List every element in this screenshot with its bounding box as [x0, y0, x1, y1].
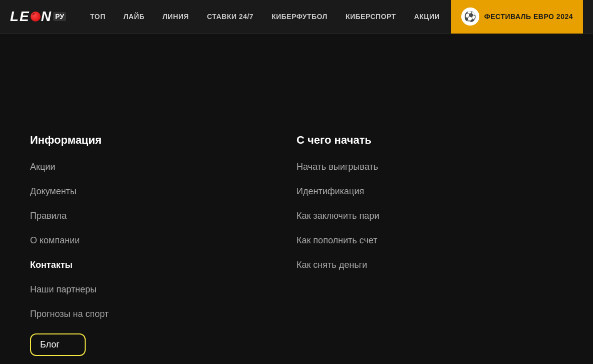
promo-label: ФЕСТИВАЛЬ ЕВРО 2024: [484, 13, 573, 21]
nav-item-cybersport[interactable]: КИБЕРСПОРТ: [337, 0, 405, 34]
header: LEN РУ ТОП ЛАЙБ ЛИНИЯ СТАВКИ 24/7 КИБЕРФ…: [0, 0, 593, 34]
nav-item-live[interactable]: ЛАЙБ: [115, 0, 154, 34]
promo-banner[interactable]: ⚽ ФЕСТИВАЛЬ ЕВРО 2024: [451, 0, 583, 34]
nav-item-top[interactable]: ТОП: [81, 0, 115, 34]
link-about[interactable]: О компании: [30, 235, 296, 246]
logo[interactable]: LEN РУ: [10, 9, 66, 25]
start-column-title: С чего начать: [296, 134, 563, 147]
link-how-to-bet[interactable]: Как заключить пари: [296, 211, 563, 221]
promo-icon: ⚽: [461, 8, 479, 26]
link-start-winning[interactable]: Начать выигрывать: [296, 162, 563, 172]
link-rules[interactable]: Правила: [30, 211, 296, 221]
link-documents[interactable]: Документы: [30, 186, 296, 197]
main-nav: ТОП ЛАЙБ ЛИНИЯ СТАВКИ 24/7 КИБЕРФУТБОЛ К…: [81, 0, 451, 34]
link-promo[interactable]: Акции: [30, 162, 296, 172]
start-column: С чего начать Начать выигрывать Идентифи…: [296, 134, 563, 356]
info-column: Информация Акции Документы Правила О ком…: [30, 134, 296, 356]
footer-links: Информация Акции Документы Правила О ком…: [30, 54, 563, 356]
link-how-to-deposit[interactable]: Как пополнить счет: [296, 235, 563, 246]
nav-item-promo[interactable]: АКЦИИ: [405, 0, 449, 34]
link-contacts[interactable]: Контакты: [30, 260, 296, 270]
info-column-title: Информация: [30, 134, 296, 147]
link-partners[interactable]: Наши партнеры: [30, 284, 296, 295]
logo-ball-icon: [31, 12, 41, 22]
logo-ru-badge: РУ: [53, 12, 66, 21]
link-how-to-withdraw[interactable]: Как снять деньги: [296, 260, 563, 270]
link-blog[interactable]: Блог: [30, 333, 86, 356]
nav-item-cyberfootball[interactable]: КИБЕРФУТБОЛ: [262, 0, 337, 34]
link-identification[interactable]: Идентификация: [296, 186, 563, 197]
main-content: Информация Акции Документы Правила О ком…: [0, 34, 593, 364]
nav-item-line[interactable]: ЛИНИЯ: [154, 0, 198, 34]
nav-item-bets247[interactable]: СТАВКИ 24/7: [198, 0, 262, 34]
logo-text: LEN: [10, 9, 52, 25]
link-predictions[interactable]: Прогнозы на спорт: [30, 309, 296, 319]
